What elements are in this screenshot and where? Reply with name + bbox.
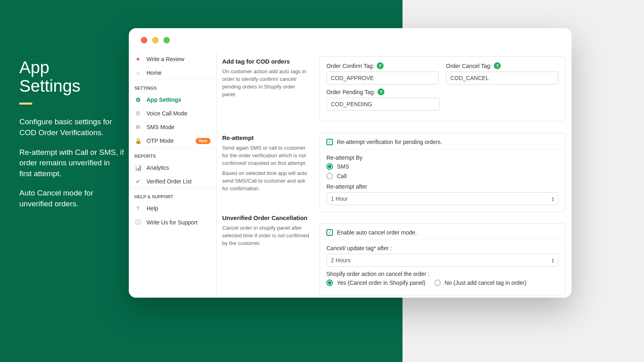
- radio-label: SMS: [337, 163, 349, 170]
- radio-icon: [326, 280, 333, 286]
- checkbox-label: Re-attempt verification for pending orde…: [337, 139, 442, 145]
- section-desc-tags: On customer action add auto tags in orde…: [222, 68, 310, 98]
- check-list-icon: ✔: [134, 178, 142, 185]
- chevron-updown-icon: ▴▾: [552, 196, 554, 202]
- checkbox-icon: ✓: [326, 139, 333, 145]
- minimize-icon[interactable]: [152, 37, 159, 43]
- radio-icon: [326, 173, 333, 179]
- sidebar-item-voice-call-mode[interactable]: ✆ Voice Call Mode: [129, 107, 216, 120]
- sidebar-item-label: Verified Order List: [147, 178, 192, 185]
- section-title-tags: Add tag for COD orders: [222, 58, 310, 65]
- chevron-updown-icon: ▴▾: [552, 257, 554, 263]
- chat-icon: ✉: [134, 124, 142, 130]
- question-icon: ?: [134, 205, 142, 212]
- card-cancel: ✓ Enable auto cancel order mode. Cancel/…: [320, 223, 565, 296]
- input-cancel-tag[interactable]: [446, 72, 558, 84]
- sidebar-item-analytics[interactable]: 📊 Analytics: [129, 161, 216, 175]
- sidebar-item-verified-order-list[interactable]: ✔ Verified Order List: [129, 175, 216, 188]
- help-icon[interactable]: ?: [378, 88, 384, 95]
- home-icon: ⌂: [134, 70, 142, 76]
- copy-line-3: Auto Cancel mode for unverified orders.: [19, 188, 124, 209]
- sidebar-item-label: Home: [147, 70, 161, 76]
- sidebar-item-label: Write a Review: [147, 56, 184, 62]
- divider: [320, 149, 565, 150]
- section-title-cancel: Unverified Order Cancellation: [222, 214, 310, 221]
- section-desc-reattempt-2: Based on selected time app will auto sen…: [222, 170, 310, 193]
- sidebar-heading-help: HELP & SUPPORT: [129, 188, 216, 202]
- copy-line-2: Re-attempt with Call or SMS, if order re…: [19, 147, 124, 179]
- radio-icon: [326, 163, 333, 170]
- select-value: 2 Hours: [331, 257, 351, 263]
- sidebar-heading-settings: SETTINGS: [129, 80, 216, 93]
- radio-reattempt-sms[interactable]: SMS: [326, 163, 558, 170]
- phone-icon: ✆: [134, 110, 142, 117]
- checkbox-reattempt[interactable]: ✓ Re-attempt verification for pending or…: [326, 139, 558, 145]
- chart-icon: 📊: [134, 165, 142, 171]
- sidebar-heading-reports: REPORTS: [129, 148, 216, 161]
- section-desc-reattempt-1: Send again SMS or call to customer for t…: [222, 144, 310, 167]
- sidebar: ♥ Write a Review ⌂ Home SETTINGS ⚙ App S…: [129, 52, 217, 298]
- new-badge: New: [196, 138, 211, 144]
- sidebar-item-label: Help: [147, 205, 158, 212]
- input-confirm-tag[interactable]: [326, 72, 439, 84]
- card-reattempt: ✓ Re-attempt verification for pending or…: [320, 133, 565, 212]
- window-titlebar: [129, 28, 572, 52]
- maximize-icon[interactable]: [163, 37, 170, 43]
- sidebar-item-home[interactable]: ⌂ Home: [129, 66, 216, 80]
- help-icon[interactable]: ?: [494, 62, 501, 69]
- sidebar-item-label: App Settings: [147, 97, 181, 103]
- label-cancel-tag: Order Cancel Tag:: [446, 63, 491, 69]
- heart-icon: ♥: [134, 56, 142, 62]
- label-pending-tag: Order Pending Tag:: [326, 89, 375, 95]
- description-column: Add tag for COD orders On customer actio…: [217, 52, 317, 298]
- info-icon: ⓘ: [134, 219, 142, 226]
- sidebar-item-label: SMS Mode: [147, 124, 174, 130]
- divider: [320, 240, 565, 240]
- radio-cancel-yes[interactable]: Yes (Cancel order in Shopify panel): [326, 280, 425, 286]
- sidebar-item-write-us[interactable]: ⓘ Write Us for Support: [129, 215, 216, 230]
- sidebar-item-app-settings[interactable]: ⚙ App Settings: [129, 93, 216, 107]
- sidebar-item-label: OTP Mode: [147, 138, 173, 144]
- page-title: AppSettings: [19, 58, 124, 95]
- section-desc-cancel: Cancel order in shopify panel after sele…: [222, 224, 310, 247]
- label-reattempt-after: Re-attempt after: [326, 183, 558, 190]
- sidebar-item-help[interactable]: ? Help: [129, 202, 216, 215]
- radio-label: Yes (Cancel order in Shopify panel): [337, 280, 425, 286]
- radio-label: No (Just add cancel tag in order): [445, 280, 526, 286]
- app-window: ♥ Write a Review ⌂ Home SETTINGS ⚙ App S…: [129, 28, 572, 298]
- label-cancel-action: Shopify order action on cancel the order…: [326, 271, 558, 277]
- form-column: Order Confirm Tag: ? Order Cancel Tag: ?: [317, 52, 572, 298]
- checkbox-icon: ✓: [326, 229, 333, 236]
- radio-reattempt-call[interactable]: Call: [326, 173, 558, 179]
- checkbox-label: Enable auto cancel order mode.: [337, 229, 417, 236]
- sidebar-item-sms-mode[interactable]: ✉ SMS Mode: [129, 120, 216, 134]
- lock-icon: 🔒: [134, 138, 142, 144]
- sidebar-item-write-review[interactable]: ♥ Write a Review: [129, 52, 216, 66]
- label-reattempt-by: Re-attempt By: [326, 154, 558, 161]
- select-value: 1 Hour: [331, 195, 348, 202]
- input-pending-tag[interactable]: [326, 98, 440, 111]
- checkbox-auto-cancel[interactable]: ✓ Enable auto cancel order mode.: [326, 229, 558, 236]
- marketing-copy: AppSettings Configure basic settings for…: [19, 58, 124, 218]
- radio-label: Call: [337, 173, 347, 179]
- label-confirm-tag: Order Confirm Tag:: [326, 63, 374, 69]
- card-tags: Order Confirm Tag: ? Order Cancel Tag: ?: [320, 56, 565, 121]
- close-icon[interactable]: [141, 37, 147, 43]
- section-title-reattempt: Re-attempt: [222, 134, 310, 141]
- select-reattempt-after[interactable]: 1 Hour ▴▾: [326, 192, 558, 205]
- label-cancel-after: Cancel/ update tag* after :: [326, 245, 558, 251]
- sidebar-item-label: Voice Call Mode: [147, 110, 187, 117]
- help-icon[interactable]: ?: [377, 62, 384, 69]
- select-cancel-after[interactable]: 2 Hours ▴▾: [326, 254, 558, 267]
- sidebar-item-otp-mode[interactable]: 🔒 OTP Mode New: [129, 134, 216, 148]
- radio-icon: [434, 280, 441, 286]
- gear-icon: ⚙: [134, 97, 142, 103]
- copy-line-1: Configure basic settings for COD Order V…: [19, 117, 124, 138]
- accent-divider: [19, 103, 32, 105]
- radio-cancel-no[interactable]: No (Just add cancel tag in order): [434, 280, 526, 286]
- sidebar-item-label: Write Us for Support: [147, 219, 198, 226]
- sidebar-item-label: Analytics: [147, 165, 169, 171]
